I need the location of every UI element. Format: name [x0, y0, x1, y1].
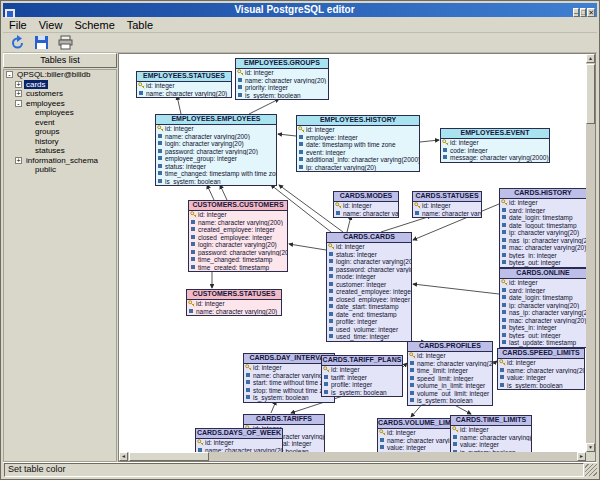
table-cards-speed_limits[interactable]: CARDS.SPEED_LIMITSid: integername: chara… — [497, 348, 585, 390]
table-cards-cards[interactable]: CARDS.CARDSid: integerstatus: integerlog… — [326, 232, 412, 342]
menu-scheme[interactable]: Scheme — [68, 18, 120, 32]
tables-list-header-button[interactable]: Tables list — [3, 53, 117, 68]
table-cards-modes[interactable]: CARDS.MODESid: integername: character va… — [333, 191, 399, 218]
table-employees-employees[interactable]: EMPLOYEES.EMPLOYEESid: integername: char… — [155, 114, 277, 186]
minimize-button[interactable]: ‒ — [573, 8, 579, 17]
table-field-row: created_employee: integer — [327, 288, 411, 296]
tree-item-employees[interactable]: employees — [4, 108, 116, 118]
collapse-icon[interactable]: - — [6, 71, 13, 78]
table-field-row: closed_employee: integer — [189, 234, 287, 242]
table-header[interactable]: EMPLOYEES.EVENT — [441, 129, 549, 139]
table-customers-statuses[interactable]: CUSTOMERS.STATUSESid: integername: chara… — [186, 289, 282, 316]
table-header[interactable]: EMPLOYEES.HISTORY — [297, 116, 419, 126]
tables-tree[interactable]: -QPSQL:biller@billdb+cards+customers-emp… — [3, 69, 117, 462]
table-field-row: id: integer — [187, 300, 281, 308]
table-header[interactable]: CARDS.HISTORY — [500, 189, 586, 199]
scroll-down-icon[interactable]: ▼ — [586, 443, 595, 452]
table-header[interactable]: CARDS.STATUSES — [413, 192, 481, 202]
close-button[interactable]: ✕ — [587, 8, 595, 17]
vertical-scroll-thumb[interactable] — [586, 64, 595, 124]
table-cards-online[interactable]: CARDS.ONLINEid: integercard: integerdate… — [499, 268, 586, 348]
save-button[interactable] — [30, 33, 52, 52]
column-icon — [328, 266, 335, 273]
table-cards-volume_limits[interactable]: CARDS.VOLUME_LIMITSid: integername: char… — [377, 418, 459, 452]
table-header[interactable]: EMPLOYEES.STATUSES — [137, 72, 231, 82]
column-icon — [328, 281, 335, 288]
vertical-scrollbar[interactable]: ▲ ▼ — [586, 54, 595, 452]
scroll-up-icon[interactable]: ▲ — [586, 54, 595, 63]
table-cards-days_of_week[interactable]: CARDS.DAYS_OF_WEEKid: integername: chara… — [195, 428, 283, 452]
collapse-icon[interactable]: - — [15, 100, 22, 107]
table-header[interactable]: CARDS.DAYS_OF_WEEK — [196, 429, 282, 439]
er-diagram-canvas[interactable]: EMPLOYEES.STATUSESid: integername: chara… — [119, 54, 586, 452]
field-label: id: integer — [336, 243, 365, 250]
table-cards-statuses[interactable]: CARDS.STATUSESid: integername: character… — [412, 191, 482, 218]
relation-line — [249, 99, 279, 114]
menu-file[interactable]: File — [3, 18, 33, 32]
statusbar: Set table color — [3, 462, 597, 477]
table-cards-tariff_plans[interactable]: CARDS.TARIFF_PLANSid: integertariff: int… — [321, 355, 403, 397]
print-button[interactable] — [54, 33, 76, 52]
scroll-right-icon[interactable]: ► — [577, 452, 586, 461]
tree-item-qpsql-biller-billdb[interactable]: -QPSQL:biller@billdb — [4, 70, 116, 80]
tree-item-history[interactable]: history — [4, 137, 116, 147]
column-icon — [157, 140, 164, 147]
menu-view[interactable]: View — [33, 18, 69, 32]
field-label: profile: integer — [336, 318, 377, 325]
field-label: employee: integer — [306, 134, 358, 141]
tree-item-public[interactable]: public — [4, 165, 116, 175]
table-field-row: message: character varying(2000) — [441, 154, 549, 162]
tree-item-groups[interactable]: groups — [4, 127, 116, 137]
scroll-left-icon[interactable]: ◄ — [119, 452, 128, 461]
table-employees-groups[interactable]: EMPLOYEES.GROUPSid: integername: charact… — [235, 58, 329, 100]
table-header[interactable]: CUSTOMERS.STATUSES — [187, 290, 281, 300]
expand-icon[interactable]: + — [15, 81, 22, 88]
table-cards-history[interactable]: CARDS.HISTORYid: integercard: integerdat… — [499, 188, 586, 268]
table-header[interactable]: CARDS.VOLUME_LIMITS — [378, 419, 458, 429]
primary-key-icon — [328, 243, 335, 250]
titlebar[interactable]: Visual PostgreSQL editor ‒□✕ — [3, 3, 597, 17]
table-header[interactable]: CUSTOMERS.CUSTOMERS — [189, 201, 287, 211]
table-header[interactable]: EMPLOYEES.EMPLOYEES — [156, 115, 276, 125]
field-label: id: integer — [460, 426, 489, 433]
table-field-row: is_system: boolean — [322, 389, 402, 397]
table-header[interactable]: EMPLOYEES.GROUPS — [236, 59, 328, 69]
horizontal-scroll-thumb[interactable] — [129, 452, 209, 461]
maximize-button[interactable]: □ — [580, 8, 586, 17]
table-field-row: status: integer — [156, 163, 276, 171]
horizontal-scrollbar[interactable]: ◄ ► — [119, 452, 586, 461]
table-header[interactable]: CARDS.TARIFFS — [244, 415, 324, 425]
table-header[interactable]: CARDS.MODES — [334, 192, 398, 202]
field-label: employee_group: integer — [165, 155, 237, 162]
table-employees-history[interactable]: EMPLOYEES.HISTORYid: integeremployee: in… — [296, 115, 420, 172]
table-field-row: ip: character varying(20) — [500, 302, 586, 310]
table-employees-event[interactable]: EMPLOYEES.EVENTid: integercode: integerm… — [440, 128, 550, 163]
table-header[interactable]: CARDS.TARIFF_PLANS — [322, 356, 402, 366]
table-header[interactable]: CARDS.TIME_LIMITS — [451, 416, 531, 426]
expand-icon[interactable]: + — [15, 90, 22, 97]
table-header[interactable]: CARDS.SPEED_LIMITS — [498, 349, 584, 359]
table-employees-statuses[interactable]: EMPLOYEES.STATUSESid: integername: chara… — [136, 71, 232, 98]
tree-item-cards[interactable]: +cards — [4, 80, 116, 90]
tree-item-event[interactable]: event — [4, 118, 116, 128]
table-customers-customers[interactable]: CUSTOMERS.CUSTOMERSid: integername: char… — [188, 200, 288, 272]
table-cards-time_limits[interactable]: CARDS.TIME_LIMITSid: integername: charac… — [450, 415, 532, 452]
menu-table[interactable]: Table — [121, 18, 159, 32]
field-label: id: integer — [306, 126, 335, 133]
refresh-button[interactable] — [6, 33, 28, 52]
toolbar — [3, 33, 597, 53]
tree-item-customers[interactable]: +customers — [4, 89, 116, 99]
tree-item-information-schema[interactable]: +information_schema — [4, 156, 116, 166]
field-label: time_changed: timestamp with time zone — [165, 170, 276, 177]
table-cards-profiles[interactable]: CARDS.PROFILESid: integername: character… — [407, 341, 493, 406]
resize-grip[interactable] — [585, 464, 597, 476]
tree-item-employees[interactable]: -employees — [4, 99, 116, 109]
tree-item-statuses[interactable]: statuses — [4, 146, 116, 156]
table-header[interactable]: CARDS.PROFILES — [408, 342, 492, 352]
table-field-row: status: integer — [327, 251, 411, 259]
column-icon — [323, 374, 330, 381]
expand-icon[interactable]: + — [15, 157, 22, 164]
table-field-row: id: integer — [441, 139, 549, 147]
table-header[interactable]: CARDS.ONLINE — [500, 269, 586, 279]
table-header[interactable]: CARDS.CARDS — [327, 233, 411, 243]
